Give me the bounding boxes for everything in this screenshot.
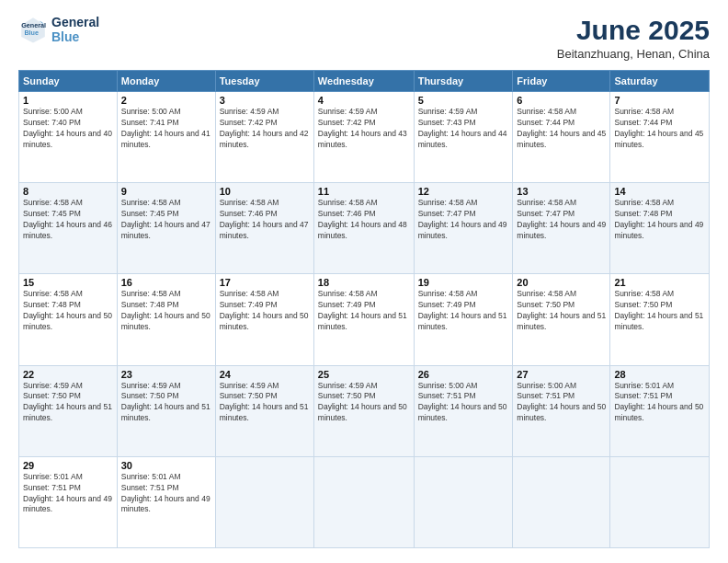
day-number: 2 xyxy=(121,95,211,106)
day-number: 11 xyxy=(318,186,410,197)
header-row: Sunday Monday Tuesday Wednesday Thursday… xyxy=(19,71,710,92)
day-info: Sunrise: 5:01 AM Sunset: 7:51 PM Dayligh… xyxy=(23,472,113,516)
day-info: Sunrise: 5:01 AM Sunset: 7:51 PM Dayligh… xyxy=(614,381,705,425)
day-info: Sunrise: 4:59 AM Sunset: 7:50 PM Dayligh… xyxy=(318,381,410,425)
day-number: 15 xyxy=(23,277,113,288)
day-info: Sunrise: 4:59 AM Sunset: 7:50 PM Dayligh… xyxy=(121,381,211,425)
day-number: 12 xyxy=(418,186,509,197)
col-thursday: Thursday xyxy=(414,71,513,92)
day-cell: 3 Sunrise: 4:59 AM Sunset: 7:42 PM Dayli… xyxy=(215,92,313,183)
logo-text: General Blue xyxy=(51,15,99,44)
day-info: Sunrise: 5:01 AM Sunset: 7:51 PM Dayligh… xyxy=(121,472,211,516)
page-header: General Blue General Blue June 2025 Beit… xyxy=(18,15,710,61)
location: Beitanzhuang, Henan, China xyxy=(557,47,710,61)
logo: General Blue General Blue xyxy=(18,15,99,44)
day-number: 16 xyxy=(121,277,211,288)
day-cell: 19 Sunrise: 4:58 AM Sunset: 7:49 PM Dayl… xyxy=(414,274,513,365)
col-tuesday: Tuesday xyxy=(215,71,313,92)
day-cell: 27 Sunrise: 5:00 AM Sunset: 7:51 PM Dayl… xyxy=(513,365,610,456)
day-cell: 2 Sunrise: 5:00 AM Sunset: 7:41 PM Dayli… xyxy=(117,92,215,183)
col-monday: Monday xyxy=(117,71,215,92)
day-cell: 16 Sunrise: 4:58 AM Sunset: 7:48 PM Dayl… xyxy=(117,274,215,365)
day-cell: 20 Sunrise: 4:58 AM Sunset: 7:50 PM Dayl… xyxy=(513,274,610,365)
day-cell xyxy=(610,456,710,547)
day-number: 10 xyxy=(220,186,310,197)
day-info: Sunrise: 5:00 AM Sunset: 7:51 PM Dayligh… xyxy=(517,381,606,425)
day-number: 29 xyxy=(23,460,113,471)
day-number: 28 xyxy=(614,369,705,380)
day-number: 3 xyxy=(220,95,310,106)
day-info: Sunrise: 4:59 AM Sunset: 7:50 PM Dayligh… xyxy=(220,381,310,425)
day-cell: 4 Sunrise: 4:59 AM Sunset: 7:42 PM Dayli… xyxy=(313,92,414,183)
day-number: 23 xyxy=(121,369,211,380)
day-info: Sunrise: 4:58 AM Sunset: 7:45 PM Dayligh… xyxy=(23,198,113,242)
day-number: 17 xyxy=(220,277,310,288)
day-info: Sunrise: 4:59 AM Sunset: 7:42 PM Dayligh… xyxy=(318,107,410,151)
day-number: 30 xyxy=(121,460,211,471)
day-cell: 23 Sunrise: 4:59 AM Sunset: 7:50 PM Dayl… xyxy=(117,365,215,456)
week-row-3: 15 Sunrise: 4:58 AM Sunset: 7:48 PM Dayl… xyxy=(19,274,710,365)
day-cell: 15 Sunrise: 4:58 AM Sunset: 7:48 PM Dayl… xyxy=(19,274,118,365)
day-cell: 8 Sunrise: 4:58 AM Sunset: 7:45 PM Dayli… xyxy=(19,183,118,274)
calendar-table: Sunday Monday Tuesday Wednesday Thursday… xyxy=(18,70,710,548)
week-row-2: 8 Sunrise: 4:58 AM Sunset: 7:45 PM Dayli… xyxy=(19,183,710,274)
day-cell: 28 Sunrise: 5:01 AM Sunset: 7:51 PM Dayl… xyxy=(610,365,710,456)
day-number: 26 xyxy=(418,369,509,380)
day-number: 14 xyxy=(614,186,705,197)
day-info: Sunrise: 4:58 AM Sunset: 7:49 PM Dayligh… xyxy=(220,289,310,333)
day-info: Sunrise: 4:58 AM Sunset: 7:46 PM Dayligh… xyxy=(318,198,410,242)
day-number: 22 xyxy=(23,369,113,380)
day-number: 8 xyxy=(23,186,113,197)
day-info: Sunrise: 4:58 AM Sunset: 7:46 PM Dayligh… xyxy=(220,198,310,242)
day-number: 9 xyxy=(121,186,211,197)
day-cell: 13 Sunrise: 4:58 AM Sunset: 7:47 PM Dayl… xyxy=(513,183,610,274)
calendar-page: General Blue General Blue June 2025 Beit… xyxy=(0,0,728,563)
day-number: 18 xyxy=(318,277,410,288)
day-number: 5 xyxy=(418,95,509,106)
day-info: Sunrise: 4:58 AM Sunset: 7:44 PM Dayligh… xyxy=(614,107,705,151)
day-cell xyxy=(215,456,313,547)
col-saturday: Saturday xyxy=(610,71,710,92)
day-cell: 14 Sunrise: 4:58 AM Sunset: 7:48 PM Dayl… xyxy=(610,183,710,274)
day-cell: 1 Sunrise: 5:00 AM Sunset: 7:40 PM Dayli… xyxy=(19,92,118,183)
day-number: 20 xyxy=(517,277,606,288)
day-info: Sunrise: 4:58 AM Sunset: 7:45 PM Dayligh… xyxy=(121,198,211,242)
day-info: Sunrise: 4:59 AM Sunset: 7:43 PM Dayligh… xyxy=(418,107,509,151)
day-cell: 6 Sunrise: 4:58 AM Sunset: 7:44 PM Dayli… xyxy=(513,92,610,183)
day-cell: 29 Sunrise: 5:01 AM Sunset: 7:51 PM Dayl… xyxy=(19,456,118,547)
day-cell: 17 Sunrise: 4:58 AM Sunset: 7:49 PM Dayl… xyxy=(215,274,313,365)
day-info: Sunrise: 4:59 AM Sunset: 7:42 PM Dayligh… xyxy=(220,107,310,151)
day-info: Sunrise: 4:58 AM Sunset: 7:48 PM Dayligh… xyxy=(23,289,113,333)
day-number: 27 xyxy=(517,369,606,380)
day-cell: 26 Sunrise: 5:00 AM Sunset: 7:51 PM Dayl… xyxy=(414,365,513,456)
day-cell: 18 Sunrise: 4:58 AM Sunset: 7:49 PM Dayl… xyxy=(313,274,414,365)
day-info: Sunrise: 4:58 AM Sunset: 7:50 PM Dayligh… xyxy=(614,289,705,333)
day-number: 25 xyxy=(318,369,410,380)
day-number: 24 xyxy=(220,369,310,380)
day-info: Sunrise: 4:58 AM Sunset: 7:48 PM Dayligh… xyxy=(121,289,211,333)
day-info: Sunrise: 4:58 AM Sunset: 7:48 PM Dayligh… xyxy=(614,198,705,242)
day-number: 4 xyxy=(318,95,410,106)
day-info: Sunrise: 5:00 AM Sunset: 7:51 PM Dayligh… xyxy=(418,381,509,425)
day-cell xyxy=(414,456,513,547)
title-area: June 2025 Beitanzhuang, Henan, China xyxy=(557,15,710,61)
day-cell: 10 Sunrise: 4:58 AM Sunset: 7:46 PM Dayl… xyxy=(215,183,313,274)
week-row-5: 29 Sunrise: 5:01 AM Sunset: 7:51 PM Dayl… xyxy=(19,456,710,547)
day-info: Sunrise: 4:58 AM Sunset: 7:47 PM Dayligh… xyxy=(517,198,606,242)
day-cell: 24 Sunrise: 4:59 AM Sunset: 7:50 PM Dayl… xyxy=(215,365,313,456)
day-cell: 5 Sunrise: 4:59 AM Sunset: 7:43 PM Dayli… xyxy=(414,92,513,183)
day-number: 21 xyxy=(614,277,705,288)
day-cell: 22 Sunrise: 4:59 AM Sunset: 7:50 PM Dayl… xyxy=(19,365,118,456)
day-info: Sunrise: 4:58 AM Sunset: 7:44 PM Dayligh… xyxy=(517,107,606,151)
week-row-1: 1 Sunrise: 5:00 AM Sunset: 7:40 PM Dayli… xyxy=(19,92,710,183)
day-cell: 25 Sunrise: 4:59 AM Sunset: 7:50 PM Dayl… xyxy=(313,365,414,456)
day-number: 7 xyxy=(614,95,705,106)
day-cell: 12 Sunrise: 4:58 AM Sunset: 7:47 PM Dayl… xyxy=(414,183,513,274)
week-row-4: 22 Sunrise: 4:59 AM Sunset: 7:50 PM Dayl… xyxy=(19,365,710,456)
month-title: June 2025 xyxy=(557,15,710,45)
day-cell: 21 Sunrise: 4:58 AM Sunset: 7:50 PM Dayl… xyxy=(610,274,710,365)
day-cell xyxy=(313,456,414,547)
day-info: Sunrise: 4:58 AM Sunset: 7:49 PM Dayligh… xyxy=(318,289,410,333)
logo-icon: General Blue xyxy=(18,15,48,44)
svg-text:Blue: Blue xyxy=(24,29,39,37)
